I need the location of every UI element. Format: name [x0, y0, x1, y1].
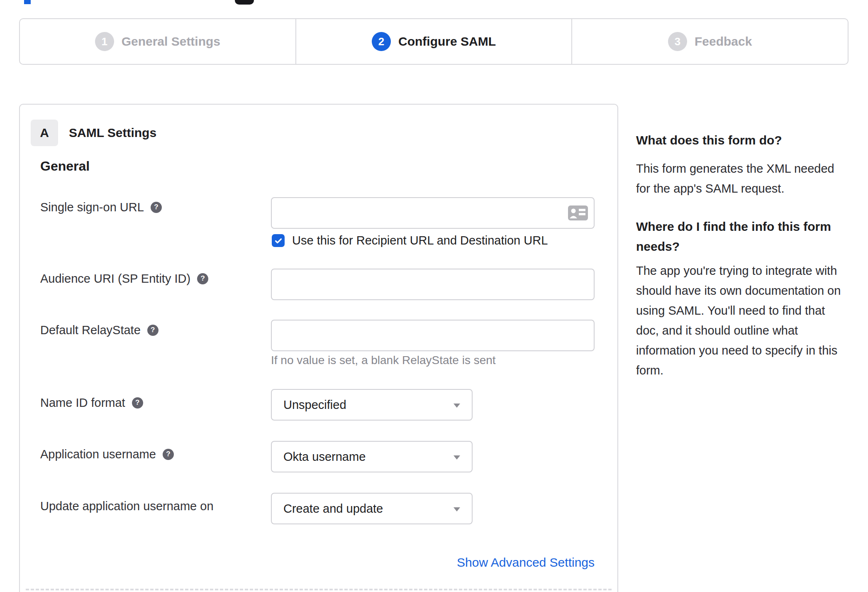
general-section-heading: General [40, 159, 90, 174]
step-1-number: 1 [95, 32, 114, 51]
chevron-down-icon [454, 455, 460, 460]
update-app-username-value: Create and update [283, 494, 383, 524]
checkmark-icon [274, 236, 283, 245]
update-app-username-select[interactable]: Create and update [271, 493, 473, 524]
section-dashed-divider [26, 589, 612, 590]
cutoff-blue-artifact [24, 0, 31, 4]
help-icon[interactable]: ? [132, 397, 143, 409]
panel-title: SAML Settings [69, 120, 156, 146]
sidebar-body-where: The app you're trying to integrate with … [636, 261, 841, 380]
sidebar-heading-where: Where do I find the info this form needs… [636, 217, 831, 257]
section-a-badge: A [31, 120, 58, 146]
step-configure-saml[interactable]: 2 Configure SAML [295, 19, 572, 64]
step-1-label: General Settings [122, 34, 220, 49]
step-2-label: Configure SAML [398, 34, 496, 49]
sso-url-input-wrap [271, 197, 595, 229]
sidebar-heading-what: What does this form do? [636, 130, 782, 150]
chevron-down-icon [454, 404, 460, 408]
help-icon[interactable]: ? [197, 273, 208, 284]
application-username-value: Okta username [283, 442, 366, 472]
name-id-format-select[interactable]: Unspecified [271, 389, 473, 421]
relaystate-hint: If no value is set, a blank RelayState i… [271, 354, 496, 367]
autofill-contact-icon[interactable] [568, 205, 588, 220]
step-3-label: Feedback [695, 34, 752, 49]
show-advanced-settings-link[interactable]: Show Advanced Settings [457, 555, 595, 570]
name-id-format-value: Unspecified [283, 390, 346, 420]
audience-uri-input[interactable] [271, 269, 595, 300]
default-relaystate-label: Default RelayState ? [40, 321, 158, 339]
application-username-select[interactable]: Okta username [271, 441, 473, 472]
cutoff-black-artifact [235, 0, 254, 5]
step-general-settings[interactable]: 1 General Settings [20, 19, 295, 64]
recipient-url-checkbox[interactable] [272, 234, 285, 247]
step-feedback[interactable]: 3 Feedback [571, 19, 848, 64]
help-icon[interactable]: ? [147, 325, 158, 336]
saml-settings-panel: A SAML Settings General Single sign-on U… [19, 104, 618, 592]
recipient-url-checkbox-label: Use this for Recipient URL and Destinati… [292, 232, 548, 249]
application-username-label: Application username ? [40, 445, 174, 463]
sidebar-body-what: This form generates the XML needed for t… [636, 159, 834, 198]
update-app-username-label: Update application username on [40, 497, 214, 515]
step-3-number: 3 [668, 32, 687, 51]
sso-url-input[interactable] [271, 197, 595, 229]
sso-url-label: Single sign-on URL ? [40, 198, 162, 216]
help-icon[interactable]: ? [151, 202, 162, 213]
audience-uri-label: Audience URI (SP Entity ID) ? [40, 270, 208, 287]
default-relaystate-input[interactable] [271, 320, 595, 351]
chevron-down-icon [454, 507, 460, 511]
step-2-number: 2 [372, 32, 391, 51]
wizard-stepper: 1 General Settings 2 Configure SAML 3 Fe… [19, 18, 848, 65]
name-id-format-label: Name ID format ? [40, 394, 143, 411]
help-icon[interactable]: ? [163, 449, 174, 460]
